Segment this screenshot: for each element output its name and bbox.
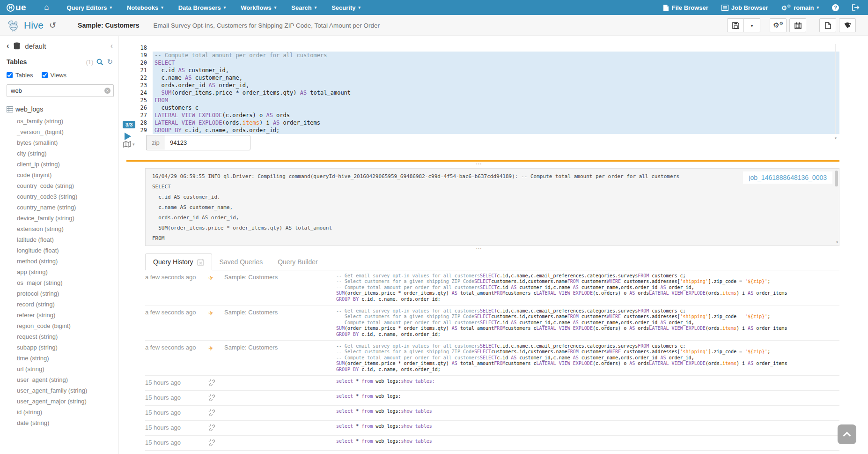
column-item[interactable]: country_code (string) [7,180,115,191]
history-query-name[interactable] [224,424,336,432]
sql-editor[interactable]: 1819-- Compute total amount per order fo… [119,44,839,134]
column-item[interactable]: os_major (string) [7,277,115,288]
functions-map-button[interactable]: ▾ [123,141,135,148]
tab-query-history[interactable]: Query History [145,253,212,270]
table-item-web-logs[interactable]: web_logs [7,105,115,113]
column-item[interactable]: client_ip (string) [7,159,115,170]
views-checkbox-input[interactable] [42,72,48,78]
history-sql[interactable]: select * from web_logs; [336,394,839,402]
column-item[interactable]: code (tinyint) [7,170,115,180]
history-sql[interactable]: select * from web_logs;show tables; [336,379,839,387]
job-browser-link[interactable]: Job Browser [721,4,768,11]
hue-logo[interactable]: H ue [0,2,34,13]
code-line[interactable]: 26 customers c [119,104,839,112]
code-line[interactable]: 20SELECT [119,59,839,67]
schedule-button[interactable] [789,18,806,32]
navbar-menu-notebooks[interactable]: Notebooks▾ [119,0,171,15]
clear-filter-icon[interactable]: × [104,88,110,94]
filter-views-checkbox[interactable]: Views [42,72,66,79]
navbar-menu-query-editors[interactable]: Query Editors▾ [59,0,119,15]
code-line[interactable]: 29GROUP BY c.id, c.name, ords.order_id; [119,127,839,134]
log-scrollbar-thumb[interactable] [835,171,838,186]
navbar-menu-workflows[interactable]: Workflows▾ [233,0,284,15]
history-sql[interactable]: -- Get email survey opt-in values for al… [336,308,839,337]
filter-tables-checkbox[interactable]: Tables [7,72,33,79]
sign-out-button[interactable] [852,4,860,11]
table-filter-input[interactable] [7,84,114,97]
history-sql[interactable]: select * from web_logs;show tables [336,409,839,417]
navbar-menu-security[interactable]: Security▾ [324,0,368,15]
resize-handle-top[interactable]: ⋯ [119,162,839,168]
column-item[interactable]: user_agent (string) [7,374,115,385]
history-query-name[interactable]: Sample: Customers [224,343,336,372]
column-item[interactable]: bytes (smallint) [7,137,115,148]
code-line[interactable]: 25FROM [119,97,839,104]
resize-handle-bottom[interactable]: ⋯ [119,246,839,253]
history-row[interactable]: a few seconds ago✈Sample: Customers-- Ge… [145,270,839,305]
code-line[interactable]: 23 ords.order_id AS order_id, [119,82,839,89]
column-item[interactable]: referer (string) [7,310,115,320]
tables-checkbox-input[interactable] [7,72,13,78]
scroll-to-top-button[interactable] [838,424,856,444]
history-undo-icon[interactable]: ↺ [49,20,56,30]
column-item[interactable]: id (string) [7,407,115,417]
tab-saved-queries[interactable]: Saved Queries [212,253,271,270]
history-row[interactable]: 15 hours agoselect * from web_logs;show … [145,421,839,436]
column-item[interactable]: user_agent_major (string) [7,396,115,407]
code-line[interactable]: 19-- Compute total amount per order for … [119,52,839,59]
code-line[interactable]: 28LATERAL VIEW EXPLODE(ords.items) i AS … [119,119,839,127]
home-icon[interactable]: ⌂ [34,3,59,12]
column-item[interactable]: os_family (string) [7,116,115,127]
statement-counter-badge[interactable]: 3/3 [123,121,135,128]
collapse-panel-icon[interactable]: ‹ [110,42,113,50]
code-line[interactable]: 22 c.name AS customer_name, [119,74,839,82]
column-item[interactable]: record (string) [7,299,115,310]
history-sql[interactable]: -- Get email survey opt-in values for al… [336,273,839,302]
column-item[interactable]: country_name (string) [7,202,115,213]
column-item[interactable]: subapp (string) [7,342,115,353]
settings-button[interactable]: ⚙⚙ [770,18,787,32]
column-item[interactable]: latitude (float) [7,234,115,245]
column-item[interactable]: city (string) [7,148,115,159]
database-name[interactable]: default [25,42,46,50]
document-title[interactable]: Sample: Customers [78,22,139,29]
history-query-name[interactable] [224,394,336,402]
back-chevron-icon[interactable]: ‹ [7,42,9,50]
editor-scrollbar[interactable]: ▾ [835,44,839,134]
column-item[interactable]: device_family (string) [7,213,115,223]
history-query-name[interactable] [224,409,336,417]
user-menu[interactable]: ⚙⚙ romain ▾ [781,4,819,12]
refresh-icon[interactable]: ↻ [107,58,113,66]
column-item[interactable]: request (string) [7,331,115,342]
column-item[interactable]: app (string) [7,267,115,277]
new-document-button[interactable] [819,18,836,32]
job-link[interactable]: job_1461888648136_0003 [749,174,827,181]
column-item[interactable]: user_agent_family (string) [7,385,115,396]
history-row[interactable]: 15 hours agoselect * from web_logs; [145,391,839,406]
help-button[interactable]: ? [832,4,839,11]
history-row[interactable]: 15 hours agoselect * from web_logs;show … [145,376,839,391]
history-query-name[interactable]: Sample: Customers [224,273,336,302]
variable-value-input[interactable] [165,135,250,150]
search-icon[interactable] [96,59,103,66]
history-row[interactable]: 15 hours agoselect * from web_logs;show … [145,406,839,421]
column-item[interactable]: country_code3 (string) [7,191,115,202]
code-line[interactable]: 24 SUM(order_items.price * order_items.q… [119,89,839,97]
column-item[interactable]: time (string) [7,353,115,364]
column-item[interactable]: date (string) [7,417,115,428]
column-item[interactable]: longitude (float) [7,245,115,256]
history-query-name[interactable] [224,379,336,387]
tab-query-builder[interactable]: Query Builder [270,253,325,270]
history-row[interactable]: a few seconds ago✈Sample: Customers-- Ge… [145,305,839,341]
column-item[interactable]: method (string) [7,256,115,267]
tags-button[interactable] [839,18,856,32]
save-dropdown-button[interactable]: ▾ [743,18,760,32]
column-item[interactable]: extension (string) [7,223,115,234]
code-line[interactable]: 18 [119,44,839,52]
column-item[interactable]: protocol (string) [7,288,115,299]
column-item[interactable]: _version_ (bigint) [7,127,115,137]
history-sql[interactable]: select * from web_logs;show tables [336,424,839,432]
navbar-menu-search[interactable]: Search▾ [284,0,324,15]
log-panel[interactable]: job_1461888648136_0003 ▾ 16/04/29 06:59:… [145,168,839,246]
history-sql[interactable]: -- Get email survey opt-in values for al… [336,343,839,372]
